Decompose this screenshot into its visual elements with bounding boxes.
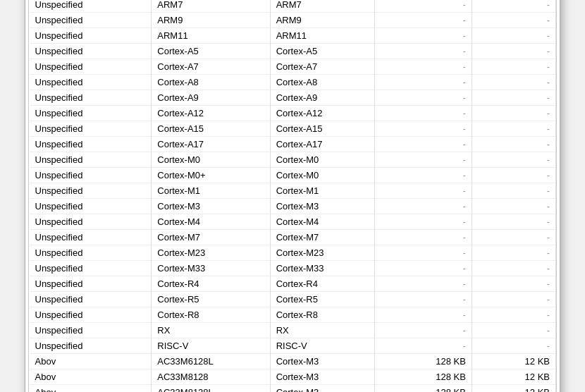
cell-flash: - bbox=[374, 74, 472, 90]
cell-core: Cortex-A9 bbox=[270, 90, 374, 105]
cell-ram: 12 KB bbox=[472, 384, 555, 392]
cell-core: ARM9 bbox=[270, 12, 374, 27]
table-row[interactable]: AbovAC33M8128LCortex-M3128 KB12 KB bbox=[30, 384, 556, 392]
device-table-container[interactable]: Manufacturer Device Core Flash size RAM … bbox=[28, 0, 557, 392]
cell-ram: - bbox=[472, 245, 555, 260]
cell-flash: - bbox=[374, 167, 472, 183]
cell-device: Cortex-M0 bbox=[152, 152, 270, 167]
cell-manufacturer: Unspecified bbox=[30, 0, 152, 12]
cell-flash: - bbox=[374, 183, 472, 198]
cell-flash: - bbox=[374, 322, 472, 338]
cell-core: Cortex-M3 bbox=[270, 198, 374, 214]
cell-manufacturer: Unspecified bbox=[30, 307, 152, 322]
cell-device: Cortex-M1 bbox=[152, 183, 270, 198]
cell-ram: - bbox=[472, 198, 555, 214]
table-row[interactable]: UnspecifiedCortex-A12Cortex-A12-- bbox=[30, 105, 556, 121]
table-row[interactable]: UnspecifiedRXRX-- bbox=[30, 322, 556, 338]
cell-ram: - bbox=[472, 307, 555, 322]
cell-device: RX bbox=[152, 322, 270, 338]
cell-core: Cortex-A15 bbox=[270, 121, 374, 136]
table-row[interactable]: AbovAC33M6128LCortex-M3128 KB12 KB bbox=[30, 353, 556, 369]
cell-core: Cortex-R4 bbox=[270, 276, 374, 291]
cell-manufacturer: Unspecified bbox=[30, 152, 152, 167]
cell-ram: - bbox=[472, 322, 555, 338]
cell-manufacturer: Abov bbox=[30, 384, 152, 392]
cell-device: Cortex-A12 bbox=[152, 105, 270, 121]
cell-flash: - bbox=[374, 245, 472, 260]
cell-flash: - bbox=[374, 152, 472, 167]
cell-manufacturer: Unspecified bbox=[30, 12, 152, 27]
table-row[interactable]: UnspecifiedARM11ARM11-- bbox=[30, 27, 556, 43]
table-row[interactable]: UnspecifiedCortex-A8Cortex-A8-- bbox=[30, 74, 556, 90]
cell-device: Cortex-R5 bbox=[152, 291, 270, 307]
cell-flash: - bbox=[374, 291, 472, 307]
cell-flash: - bbox=[374, 0, 472, 12]
table-row[interactable]: UnspecifiedCortex-M0Cortex-M0-- bbox=[30, 152, 556, 167]
cell-ram: - bbox=[472, 152, 555, 167]
table-row[interactable]: UnspecifiedCortex-M33Cortex-M33-- bbox=[30, 260, 556, 276]
cell-ram: - bbox=[472, 74, 555, 90]
cell-device: Cortex-A15 bbox=[152, 121, 270, 136]
cell-manufacturer: Unspecified bbox=[30, 276, 152, 291]
cell-core: Cortex-A12 bbox=[270, 105, 374, 121]
cell-flash: - bbox=[374, 276, 472, 291]
cell-ram: - bbox=[472, 167, 555, 183]
table-row[interactable]: UnspecifiedCortex-M3Cortex-M3-- bbox=[30, 198, 556, 214]
table-row[interactable]: UnspecifiedCortex-A9Cortex-A9-- bbox=[30, 90, 556, 105]
device-table: Manufacturer Device Core Flash size RAM … bbox=[29, 0, 556, 392]
cell-device: Cortex-M4 bbox=[152, 214, 270, 229]
cell-flash: - bbox=[374, 27, 472, 43]
cell-flash: - bbox=[374, 229, 472, 245]
cell-core: Cortex-M3 bbox=[270, 353, 374, 369]
cell-device: Cortex-M3 bbox=[152, 198, 270, 214]
table-row[interactable]: UnspecifiedRISC-VRISC-V-- bbox=[30, 338, 556, 353]
table-row[interactable]: UnspecifiedCortex-R4Cortex-R4-- bbox=[30, 276, 556, 291]
table-row[interactable]: UnspecifiedCortex-A17Cortex-A17-- bbox=[30, 136, 556, 152]
cell-core: ARM11 bbox=[270, 27, 374, 43]
table-row[interactable]: UnspecifiedCortex-M7Cortex-M7-- bbox=[30, 229, 556, 245]
cell-manufacturer: Unspecified bbox=[30, 105, 152, 121]
cell-core: Cortex-R8 bbox=[270, 307, 374, 322]
cell-device: ARM9 bbox=[152, 12, 270, 27]
table-row[interactable]: UnspecifiedCortex-M1Cortex-M1-- bbox=[30, 183, 556, 198]
cell-core: RISC-V bbox=[270, 338, 374, 353]
cell-device: Cortex-A8 bbox=[152, 74, 270, 90]
cell-device: Cortex-A7 bbox=[152, 59, 270, 74]
select-device-dialog: Select device ✕ ufacturer Unspecified Ab… bbox=[25, 0, 560, 392]
cell-ram: - bbox=[472, 59, 555, 74]
cell-flash: - bbox=[374, 59, 472, 74]
table-row[interactable]: UnspecifiedCortex-R8Cortex-R8-- bbox=[30, 307, 556, 322]
table-row[interactable]: UnspecifiedCortex-A15Cortex-A15-- bbox=[30, 121, 556, 136]
cell-flash: - bbox=[374, 136, 472, 152]
cell-core: Cortex-M33 bbox=[270, 260, 374, 276]
cell-core: Cortex-M4 bbox=[270, 214, 374, 229]
table-row[interactable]: AbovAC33M8128Cortex-M3128 KB12 KB bbox=[30, 369, 556, 384]
table-row[interactable]: UnspecifiedCortex-A7Cortex-A7-- bbox=[30, 59, 556, 74]
table-row[interactable]: UnspecifiedARM9ARM9-- bbox=[30, 12, 556, 27]
table-row[interactable]: UnspecifiedCortex-M23Cortex-M23-- bbox=[30, 245, 556, 260]
table-row[interactable]: UnspecifiedCortex-M4Cortex-M4-- bbox=[30, 214, 556, 229]
cell-core: Cortex-A5 bbox=[270, 43, 374, 59]
cell-device: Cortex-M7 bbox=[152, 229, 270, 245]
table-row[interactable]: UnspecifiedARM7ARM7-- bbox=[30, 0, 556, 12]
cell-manufacturer: Abov bbox=[30, 369, 152, 384]
cell-device: RISC-V bbox=[152, 338, 270, 353]
table-row[interactable]: UnspecifiedCortex-R5Cortex-R5-- bbox=[30, 291, 556, 307]
cell-flash: - bbox=[374, 214, 472, 229]
cell-device: Cortex-R4 bbox=[152, 276, 270, 291]
cell-device: ARM11 bbox=[152, 27, 270, 43]
cell-manufacturer: Abov bbox=[30, 353, 152, 369]
cell-core: Cortex-M0 bbox=[270, 152, 374, 167]
cell-core: Cortex-M7 bbox=[270, 229, 374, 245]
cell-manufacturer: Unspecified bbox=[30, 338, 152, 353]
cell-device: Cortex-A9 bbox=[152, 90, 270, 105]
cell-device: ARM7 bbox=[152, 0, 270, 12]
cell-device: Cortex-A17 bbox=[152, 136, 270, 152]
table-row[interactable]: UnspecifiedCortex-M0+Cortex-M0-- bbox=[30, 167, 556, 183]
table-row[interactable]: UnspecifiedCortex-A5Cortex-A5-- bbox=[30, 43, 556, 59]
cell-core: Cortex-M3 bbox=[270, 384, 374, 392]
cell-ram: 12 KB bbox=[472, 369, 555, 384]
cell-device: AC33M8128L bbox=[152, 384, 270, 392]
cell-device: Cortex-M23 bbox=[152, 245, 270, 260]
cell-manufacturer: Unspecified bbox=[30, 90, 152, 105]
